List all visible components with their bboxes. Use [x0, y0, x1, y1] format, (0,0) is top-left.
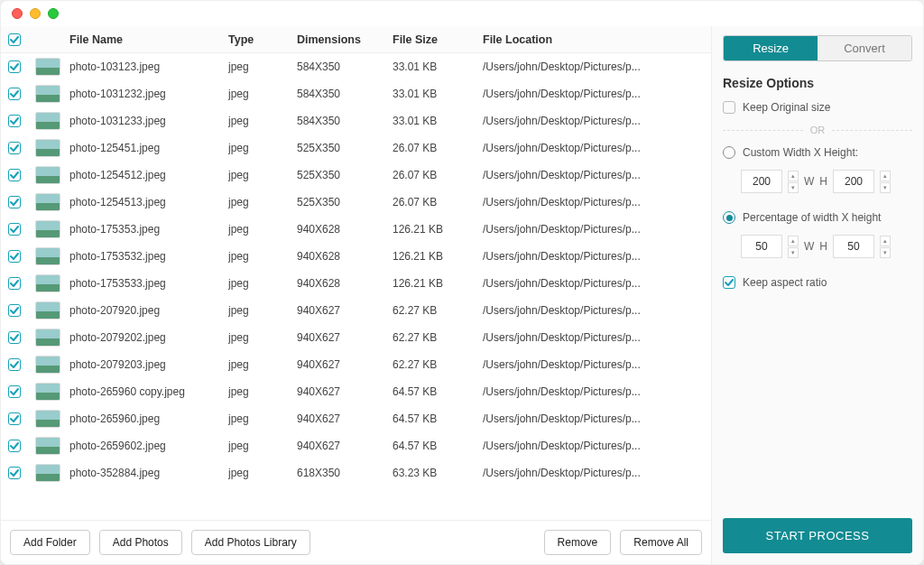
col-file-size[interactable]: File Size [393, 33, 477, 46]
custom-size-label: Custom Width X Height: [743, 146, 858, 159]
table-row[interactable]: photo-175353.jpegjpeg940X628126.21 KB/Us… [1, 216, 711, 243]
cell-dimensions: 940X628 [297, 223, 387, 236]
percent-option[interactable]: Percentage of width X height [723, 211, 912, 224]
keep-original-label: Keep Original size [743, 101, 830, 114]
table-row[interactable]: photo-125451.jpegjpeg525X35026.07 KB/Use… [1, 134, 711, 162]
table-row[interactable]: photo-2079202.jpegjpeg940X62762.27 KB/Us… [1, 324, 711, 351]
start-process-button[interactable]: START PROCESS [723, 518, 912, 553]
percent-height-input[interactable]: 50 [833, 235, 874, 258]
custom-size-radio[interactable] [723, 146, 735, 159]
percent-width-input[interactable]: 50 [741, 235, 782, 258]
thumbnail-icon [35, 193, 60, 211]
aspect-ratio-label: Keep aspect ratio [743, 276, 827, 289]
options-panel: Resize Convert Resize Options Keep Origi… [712, 26, 923, 564]
aspect-ratio-option[interactable]: Keep aspect ratio [723, 276, 912, 289]
table-row[interactable]: photo-352884.jpegjpeg618X35063.23 KB/Use… [1, 459, 711, 486]
cell-dimensions: 940X627 [297, 304, 387, 317]
custom-height-input[interactable]: 200 [833, 170, 874, 193]
cell-dimensions: 618X350 [297, 467, 387, 479]
row-checkbox[interactable] [8, 60, 21, 73]
table-row[interactable]: photo-1753533.jpegjpeg940X628126.21 KB/U… [1, 270, 711, 297]
thumbnail-icon [35, 247, 60, 265]
row-checkbox[interactable] [8, 169, 21, 181]
keep-original-checkbox[interactable] [723, 101, 735, 114]
cell-location: /Users/john/Desktop/Pictures/p... [483, 60, 704, 73]
row-checkbox[interactable] [8, 412, 21, 425]
cell-type: jpeg [228, 115, 291, 127]
row-checkbox[interactable] [8, 385, 21, 398]
cell-location: /Users/john/Desktop/Pictures/p... [483, 412, 704, 425]
add-photos-library-button[interactable]: Add Photos Library [191, 530, 310, 555]
aspect-ratio-checkbox[interactable] [723, 276, 735, 289]
col-file-location[interactable]: File Location [483, 33, 704, 46]
cell-location: /Users/john/Desktop/Pictures/p... [483, 467, 704, 479]
cell-size: 126.21 KB [393, 250, 477, 263]
remove-button[interactable]: Remove [544, 530, 612, 555]
cell-size: 126.21 KB [393, 277, 477, 290]
minimize-icon[interactable] [30, 8, 41, 19]
toolbar: Add Folder Add Photos Add Photos Library… [1, 520, 711, 564]
col-type[interactable]: Type [228, 33, 291, 46]
row-checkbox[interactable] [8, 250, 21, 263]
cell-file-name: photo-125451.jpeg [69, 142, 223, 154]
row-checkbox[interactable] [8, 331, 21, 344]
row-checkbox[interactable] [8, 304, 21, 317]
table-row[interactable]: photo-1254513.jpegjpeg525X35026.07 KB/Us… [1, 189, 711, 216]
row-checkbox[interactable] [8, 223, 21, 236]
cell-dimensions: 940X627 [297, 440, 387, 452]
custom-width-input[interactable]: 200 [741, 170, 782, 193]
cell-dimensions: 940X628 [297, 277, 387, 290]
cell-size: 33.01 KB [393, 88, 477, 100]
custom-size-inputs: 200 ▴▾ W H 200 ▴▾ [741, 170, 912, 193]
keep-original-option[interactable]: Keep Original size [723, 101, 912, 114]
tab-resize[interactable]: Resize [724, 36, 818, 60]
row-checkbox[interactable] [8, 358, 21, 371]
cell-file-name: photo-1254512.jpeg [69, 169, 223, 181]
percent-height-stepper[interactable]: ▴▾ [880, 236, 891, 258]
thumbnail-icon [35, 356, 60, 374]
cell-file-name: photo-103123.jpeg [69, 60, 223, 73]
row-checkbox[interactable] [8, 142, 21, 154]
table-row[interactable]: photo-2659602.jpegjpeg940X62764.57 KB/Us… [1, 432, 711, 459]
table-row[interactable]: photo-1031232.jpegjpeg584X35033.01 KB/Us… [1, 80, 711, 107]
percent-width-stepper[interactable]: ▴▾ [788, 236, 799, 258]
table-row[interactable]: photo-265960 copy.jpegjpeg940X62764.57 K… [1, 378, 711, 405]
cell-file-name: photo-1753533.jpeg [69, 277, 223, 290]
cell-size: 62.27 KB [393, 304, 477, 317]
cell-dimensions: 525X350 [297, 196, 387, 208]
tab-convert[interactable]: Convert [818, 36, 911, 60]
row-checkbox[interactable] [8, 88, 21, 100]
remove-all-button[interactable]: Remove All [620, 530, 702, 555]
row-checkbox[interactable] [8, 115, 21, 127]
add-folder-button[interactable]: Add Folder [10, 530, 90, 555]
table-row[interactable]: photo-1254512.jpegjpeg525X35026.07 KB/Us… [1, 162, 711, 189]
table-row[interactable]: photo-265960.jpegjpeg940X62764.57 KB/Use… [1, 405, 711, 432]
maximize-icon[interactable] [48, 8, 59, 19]
close-icon[interactable] [12, 8, 23, 19]
percent-radio[interactable] [723, 211, 735, 224]
select-all-checkbox[interactable] [8, 33, 21, 46]
thumbnail-icon [35, 383, 60, 401]
col-file-name[interactable]: File Name [69, 33, 223, 46]
thumbnail-icon [35, 220, 60, 238]
h-label-2: H [819, 240, 827, 253]
row-checkbox[interactable] [8, 196, 21, 208]
cell-type: jpeg [228, 250, 291, 263]
table-row[interactable]: photo-1753532.jpegjpeg940X628126.21 KB/U… [1, 243, 711, 270]
cell-size: 33.01 KB [393, 115, 477, 127]
thumbnail-icon [35, 410, 60, 428]
row-checkbox[interactable] [8, 440, 21, 452]
custom-height-stepper[interactable]: ▴▾ [880, 171, 891, 193]
row-checkbox[interactable] [8, 277, 21, 290]
cell-size: 26.07 KB [393, 169, 477, 181]
col-dimensions[interactable]: Dimensions [297, 33, 387, 46]
custom-size-option[interactable]: Custom Width X Height: [723, 146, 912, 159]
row-checkbox[interactable] [8, 467, 21, 479]
add-photos-button[interactable]: Add Photos [99, 530, 182, 555]
table-row[interactable]: photo-1031233.jpegjpeg584X35033.01 KB/Us… [1, 107, 711, 134]
table-row[interactable]: photo-2079203.jpegjpeg940X62762.27 KB/Us… [1, 351, 711, 378]
table-row[interactable]: photo-103123.jpegjpeg584X35033.01 KB/Use… [1, 53, 711, 80]
cell-dimensions: 940X627 [297, 358, 387, 371]
table-row[interactable]: photo-207920.jpegjpeg940X62762.27 KB/Use… [1, 297, 711, 324]
custom-width-stepper[interactable]: ▴▾ [788, 171, 799, 193]
